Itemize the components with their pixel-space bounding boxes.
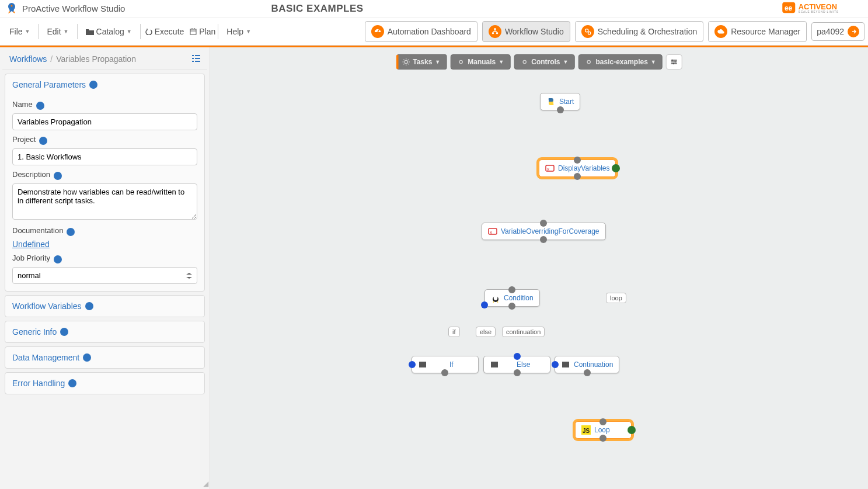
node-label: VariableOverridingForCoverage xyxy=(501,227,599,235)
svg-point-15 xyxy=(671,60,673,61)
panel-general-parameters: General Parametersi Namei Projecti Descr… xyxy=(5,74,205,292)
studio-icon xyxy=(491,27,499,36)
nav-workflow-studio[interactable]: Workflow Studio xyxy=(482,21,570,42)
panel-header-general[interactable]: General Parametersi xyxy=(5,74,204,95)
gears-icon xyxy=(584,27,592,36)
palette-basic-examples[interactable]: basic-examples▼ xyxy=(578,54,662,70)
gear-icon xyxy=(520,58,528,66)
rocket-icon xyxy=(5,2,19,16)
panel-generic-info: Generic Infoi xyxy=(5,321,205,343)
svg-point-7 xyxy=(492,32,494,34)
panel-header-error-handling[interactable]: Error Handlingi xyxy=(5,373,204,394)
app-header: ProActive Workflow Studio BASIC EXAMPLES… xyxy=(0,0,868,18)
panel-data-management: Data Managementi xyxy=(5,346,205,369)
script-icon xyxy=(418,360,427,369)
branch-label-if: if xyxy=(448,327,460,337)
nav-scheduling[interactable]: Scheduling & Orchestration xyxy=(575,21,703,42)
execute-icon xyxy=(145,28,152,35)
label-priority: Job Priority xyxy=(12,254,50,262)
gear-icon xyxy=(456,58,465,66)
svg-point-11 xyxy=(405,60,407,63)
svg-point-0 xyxy=(11,5,13,6)
input-name[interactable] xyxy=(12,113,197,130)
svg-rect-26 xyxy=(562,362,569,367)
node-if[interactable]: If xyxy=(412,356,479,373)
palette-settings-button[interactable] xyxy=(666,54,682,70)
panel-workflow-variables: Workflow Variablesi xyxy=(5,295,205,317)
label-name: Name xyxy=(12,100,33,109)
svg-point-23 xyxy=(494,296,498,300)
menu-file[interactable]: File▼ xyxy=(4,22,36,41)
svg-point-8 xyxy=(496,32,499,34)
user-menu[interactable]: pa4092 xyxy=(811,22,864,41)
breadcrumb: Workflows / Variables Propagation xyxy=(2,51,207,70)
calendar-icon xyxy=(190,28,197,35)
svg-point-12 xyxy=(459,60,462,63)
workflow-canvas[interactable]: Tasks▼ Manuals▼ Controls▼ basic-examples… xyxy=(210,47,868,489)
properties-sidebar: Workflows / Variables Propagation Genera… xyxy=(0,47,210,489)
panel-header-generic-info[interactable]: Generic Infoi xyxy=(5,321,204,342)
dashboard-icon xyxy=(374,27,382,36)
nav-automation-dashboard[interactable]: Automation Dashboard xyxy=(365,21,477,42)
node-label: Condition xyxy=(504,294,534,302)
svg-rect-24 xyxy=(419,362,426,367)
breadcrumb-root[interactable]: Workflows xyxy=(9,54,47,64)
breadcrumb-current: Variables Propagation xyxy=(56,54,136,64)
info-icon: i xyxy=(89,81,97,89)
menu-help[interactable]: Help▼ xyxy=(221,22,257,41)
node-else[interactable]: Else xyxy=(483,356,550,373)
plan-button[interactable]: Plan xyxy=(190,27,215,36)
variable-icon: x xyxy=(488,227,497,236)
logout-icon xyxy=(850,28,857,35)
node-variable-overriding[interactable]: x VariableOverridingForCoverage xyxy=(482,223,606,240)
svg-point-9 xyxy=(585,29,588,32)
svg-text:x: x xyxy=(490,230,492,235)
node-condition[interactable]: Condition xyxy=(484,289,540,307)
gear-icon xyxy=(402,58,410,66)
node-label: Loop xyxy=(594,426,610,434)
svg-point-16 xyxy=(674,61,676,63)
script-icon xyxy=(561,360,570,369)
panel-header-data-management[interactable]: Data Managementi xyxy=(5,347,204,368)
palette-controls[interactable]: Controls▼ xyxy=(514,54,574,70)
javascript-icon: JS xyxy=(581,425,591,435)
sliders-icon xyxy=(671,58,678,65)
label-project: Project xyxy=(12,135,36,144)
list-view-icon[interactable] xyxy=(192,54,200,64)
folder-icon xyxy=(86,28,94,35)
palette-manuals[interactable]: Manuals▼ xyxy=(450,54,510,70)
svg-point-10 xyxy=(588,32,590,34)
sidebar-resize-handle[interactable]: ◢ xyxy=(203,480,208,488)
node-loop[interactable]: JS Loop xyxy=(575,421,632,439)
nav-resource-manager[interactable]: Resource Manager xyxy=(708,21,807,42)
svg-rect-25 xyxy=(491,362,498,367)
svg-rect-5 xyxy=(190,29,196,34)
cloud-icon xyxy=(717,27,725,36)
panel-error-handling: Error Handlingi xyxy=(5,372,205,394)
link-documentation[interactable]: Undefined xyxy=(12,240,50,249)
label-description: Description xyxy=(12,170,50,179)
menu-catalog[interactable]: Catalog▼ xyxy=(80,22,138,41)
edges-layer xyxy=(210,47,385,135)
node-start[interactable]: Start xyxy=(540,93,580,110)
info-icon: i xyxy=(67,228,75,236)
svg-text:ee: ee xyxy=(785,4,793,12)
svg-text:SCALE BEYOND LIMITS: SCALE BEYOND LIMITS xyxy=(799,11,839,13)
main-toolbar: File▼ Edit▼ Catalog▼ Execute Plan Hel xyxy=(0,18,868,46)
panel-header-workflow-variables[interactable]: Workflow Variablesi xyxy=(5,296,204,317)
textarea-description[interactable]: Demonstrate how variables can be read/wr… xyxy=(12,183,197,220)
branch-label-else: else xyxy=(476,327,496,337)
input-project[interactable] xyxy=(12,148,197,165)
select-priority[interactable]: normal xyxy=(12,267,197,284)
palette-tasks[interactable]: Tasks▼ xyxy=(396,54,447,70)
node-label: Continuation xyxy=(574,360,613,369)
info-icon: i xyxy=(83,353,91,362)
python-icon xyxy=(546,97,556,106)
node-continuation[interactable]: Continuation xyxy=(555,356,619,373)
brand-logo: eeACTIVEONSCALE BEYOND LIMITS xyxy=(782,1,863,16)
branch-label-loop: loop xyxy=(606,293,626,303)
node-display-variables[interactable]: x DisplayVariables xyxy=(539,159,616,177)
execute-button[interactable]: Execute xyxy=(145,27,184,36)
node-label: Else xyxy=(517,360,530,369)
menu-edit[interactable]: Edit▼ xyxy=(41,22,74,41)
